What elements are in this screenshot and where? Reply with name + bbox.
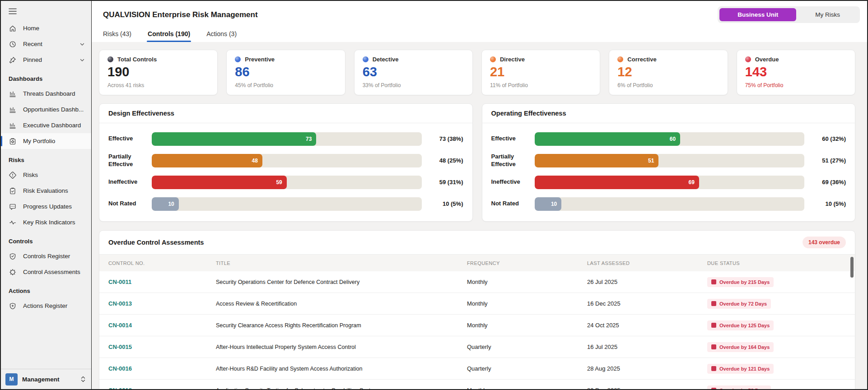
overdue-count-badge: 143 overdue: [803, 237, 846, 248]
dashboard-icon: [9, 121, 16, 129]
control-no-link[interactable]: CN-0011: [108, 279, 216, 285]
sidebar-item-my-portfolio[interactable]: My Portfolio: [1, 133, 91, 149]
sidebar-item-label: Threats Dashboard: [23, 90, 75, 97]
detective-dot-icon: [363, 56, 369, 62]
control-title: Security Operations Center for Defence C…: [216, 279, 467, 285]
unfold-selector-icon[interactable]: [80, 376, 86, 383]
value-label: 10 (5%): [804, 200, 846, 207]
corrective-dot-icon: [617, 56, 623, 62]
table-row[interactable]: CN-0016 After-Hours R&D Facility and Sys…: [99, 358, 855, 380]
business-unit-toggle-button[interactable]: Business Unit: [719, 8, 796, 21]
sidebar-item-progress-updates[interactable]: Progress Updates: [1, 199, 91, 214]
bar-track: 60: [535, 132, 805, 146]
table-row[interactable]: CN-0011 Security Operations Center for D…: [99, 271, 855, 293]
tab-controls[interactable]: Controls (190): [148, 30, 190, 42]
table-title: Overdue Control Assessments: [108, 239, 803, 246]
frequency: Monthly: [467, 279, 587, 285]
directive-dot-icon: [490, 56, 496, 62]
clock-icon: [9, 40, 16, 48]
sidebar-item-label: Risk Evaluations: [23, 187, 68, 194]
control-title: After-Hours R&D Facility and System Acce…: [216, 366, 467, 372]
bar-ineffective: 69: [535, 176, 699, 189]
avatar: M: [5, 373, 18, 385]
column-header-last-assessed: LAST ASSESSED: [587, 260, 707, 266]
preventive-dot-icon: [235, 56, 241, 62]
control-no-link[interactable]: CN-0015: [108, 344, 216, 350]
overdue-square-icon: [711, 344, 716, 349]
sidebar-item-home[interactable]: Home: [1, 20, 91, 36]
workspace-selector[interactable]: M Management: [1, 369, 91, 389]
kpi-subtitle: 6% of Portfolio: [617, 82, 719, 88]
sidebar-item-recent[interactable]: Recent: [1, 36, 91, 52]
due-status-badge: Overdue by 215 Days: [707, 277, 774, 287]
main-area: QUALVISION Enterprise Risk Management Bu…: [92, 1, 867, 389]
value-label: 48 (25%): [422, 157, 463, 164]
bar-not-rated: 10: [152, 197, 179, 211]
sidebar-item-risks[interactable]: Risks: [1, 167, 91, 183]
due-status-text: Overdue by 72 Days: [719, 301, 767, 306]
total-controls-dot-icon: [107, 56, 113, 62]
table-scrollbar[interactable]: [850, 257, 854, 278]
table-row[interactable]: CN-0013 Access Review & Recertification …: [99, 293, 855, 315]
last-assessed: 16 Jul 2025: [587, 344, 707, 350]
kpi-subtitle: 11% of Portfolio: [490, 82, 592, 88]
kpi-subtitle: 45% of Portfolio: [235, 82, 336, 88]
sidebar-item-label: Risks: [23, 172, 38, 178]
bar-track: 69: [535, 176, 805, 189]
sidebar-item-label: Actions Register: [23, 302, 67, 309]
sidebar-item-threats-dashboard[interactable]: Threats Dashboard: [1, 86, 91, 102]
bar-partially-effective: 48: [152, 154, 262, 167]
bar-track: 51: [535, 154, 805, 167]
chevron-down-icon[interactable]: [79, 42, 85, 47]
kpi-card-total-controls: Total Controls 190 Across 41 risks: [99, 50, 218, 95]
control-no-link[interactable]: CN-0018: [108, 387, 216, 389]
table-row[interactable]: CN-0018 Application Security Testing for…: [99, 380, 855, 389]
category-label: Effective: [491, 135, 535, 142]
hamburger-menu-icon[interactable]: [1, 1, 91, 16]
sidebar-item-actions-register[interactable]: Actions Register: [1, 298, 91, 314]
table-row[interactable]: CN-0014 Security Clearance Access Rights…: [99, 315, 855, 336]
overdue-square-icon: [711, 323, 716, 328]
tab-risks[interactable]: Risks (43): [103, 30, 131, 42]
tab-actions[interactable]: Actions (3): [206, 30, 237, 42]
sidebar-item-label: My Portfolio: [23, 138, 55, 144]
due-status-text: Overdue by 58 Days: [719, 388, 767, 390]
pin-icon: [9, 56, 16, 64]
table-row[interactable]: CN-0015 After-Hours Intellectual Propert…: [99, 336, 855, 358]
kpi-subtitle: 33% of Portfolio: [363, 82, 464, 88]
kpi-label: Preventive: [245, 56, 275, 63]
kpi-card-detective: Detective 63 33% of Portfolio: [354, 50, 473, 95]
design-effectiveness-chart: Effective 73 73 (38%) Partially Effectiv…: [99, 123, 472, 221]
chevron-down-icon[interactable]: [79, 57, 85, 63]
sidebar-item-pinned[interactable]: Pinned: [1, 52, 91, 68]
bar-effective: 60: [535, 132, 681, 146]
comment-icon: [9, 203, 16, 210]
control-no-link[interactable]: CN-0013: [108, 300, 216, 307]
kpi-card-overdue: Overdue 143 75% of Portfolio: [737, 50, 855, 95]
bar-track: 10: [152, 197, 422, 211]
kpi-card-directive: Directive 21 11% of Portfolio: [481, 50, 600, 95]
value-label: 73 (38%): [422, 135, 463, 142]
sidebar-item-label: Executive Dashboard: [23, 122, 81, 129]
my-risks-toggle-button[interactable]: My Risks: [797, 8, 858, 21]
value-label: 10 (5%): [422, 200, 463, 207]
portfolio-icon: [9, 137, 16, 145]
frequency: Monthly: [467, 387, 587, 389]
due-status-badge: Overdue by 121 Days: [707, 364, 774, 374]
chart-row-effective: Effective 60 60 (32%): [491, 130, 846, 147]
column-header-title: TITLE: [216, 260, 467, 266]
home-icon: [9, 24, 16, 32]
control-no-link[interactable]: CN-0016: [108, 365, 216, 372]
sidebar-item-opportunities-dashboard[interactable]: Opportunities Dashb...: [1, 102, 91, 117]
sidebar-item-control-assessments[interactable]: Control Assessments: [1, 264, 91, 280]
chart-row-not-rated: Not Rated 10 10 (5%): [491, 195, 846, 212]
control-no-link[interactable]: CN-0014: [108, 322, 216, 329]
sidebar-section-actions: Actions: [1, 280, 91, 298]
sidebar-item-key-risk-indicators[interactable]: Key Risk Indicators: [1, 214, 91, 230]
sidebar-item-risk-evaluations[interactable]: Risk Evaluations: [1, 183, 91, 199]
sidebar-item-executive-dashboard[interactable]: Executive Dashboard: [1, 117, 91, 133]
sidebar-section-controls: Controls: [1, 230, 91, 248]
sidebar-item-controls-register[interactable]: Controls Register: [1, 248, 91, 264]
last-assessed: 24 Oct 2025: [587, 322, 707, 329]
due-status-text: Overdue by 125 Days: [719, 323, 770, 328]
